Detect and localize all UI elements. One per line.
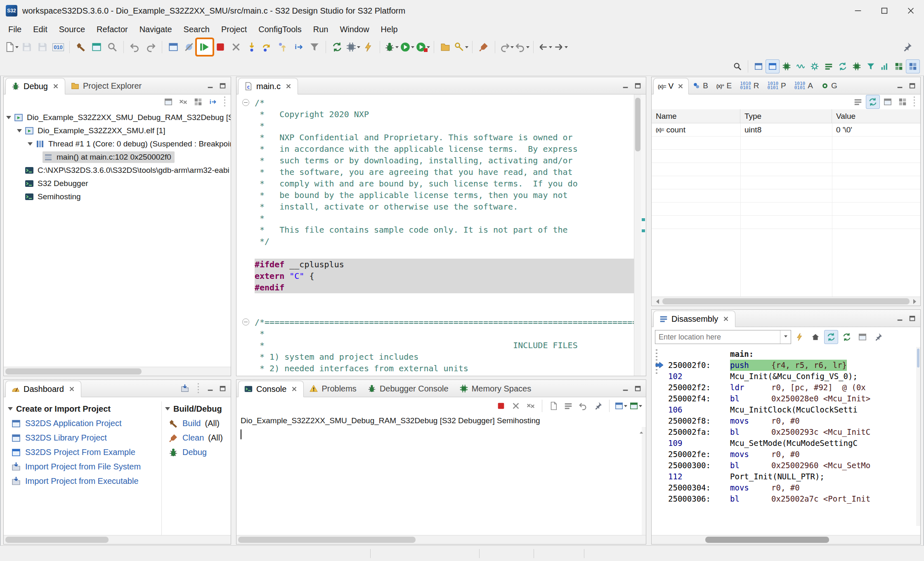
- console-horizontal-scrollbar[interactable]: [236, 535, 646, 544]
- debug-grouping-button[interactable]: [191, 95, 205, 109]
- tree-row-stack-frame[interactable]: main() at main.c:102 0x250002f0: [4, 151, 231, 164]
- refresh-view-button[interactable]: [840, 330, 854, 344]
- tree-row-gdb[interactable]: C:\NXP\S32DS.3.6.0\S32DS\tools\gdb-arm\a…: [4, 164, 231, 177]
- debug-as-button[interactable]: [383, 39, 399, 55]
- scrollbar-thumb[interactable]: [917, 349, 919, 368]
- config-tool-quadspi-button[interactable]: [850, 59, 864, 73]
- scrollbar-thumb[interactable]: [5, 368, 142, 375]
- save-button[interactable]: [19, 39, 35, 55]
- minimize-view-icon[interactable]: [207, 82, 214, 90]
- menu-refactor[interactable]: Refactor: [91, 21, 134, 37]
- menu-edit[interactable]: Edit: [27, 21, 53, 37]
- step-over-button[interactable]: [260, 39, 275, 55]
- tab-problems[interactable]: Problems: [304, 380, 362, 397]
- open-dashboard-icon[interactable]: [180, 384, 189, 393]
- expander-icon[interactable]: [14, 127, 24, 135]
- config-tool-ddr-button[interactable]: [864, 59, 878, 73]
- link-new-library-project[interactable]: S32DS Library Project: [8, 431, 161, 445]
- maximize-view-icon[interactable]: [909, 82, 916, 90]
- maximize-view-icon[interactable]: [219, 82, 227, 90]
- tree-row-s32-debugger[interactable]: S32 Debugger: [4, 177, 231, 190]
- forward-history-button[interactable]: [553, 39, 568, 55]
- pin-editor-button[interactable]: [899, 39, 915, 55]
- activation-button[interactable]: [453, 39, 469, 55]
- tab-arm-registers[interactable]: 10100101 A: [790, 78, 817, 94]
- save-all-button[interactable]: [35, 39, 50, 55]
- combo-dropdown-button[interactable]: [780, 330, 791, 344]
- config-tool-pins-button[interactable]: [794, 59, 808, 73]
- tab-main-c[interactable]: main.c: [238, 78, 298, 94]
- use-step-filters-button[interactable]: [307, 39, 322, 55]
- scrollbar-thumb[interactable]: [662, 298, 910, 304]
- disconnect-button[interactable]: [228, 39, 244, 55]
- location-input[interactable]: [655, 333, 780, 342]
- pin-view-button[interactable]: [871, 330, 885, 344]
- instruction-stepping-button[interactable]: [291, 39, 307, 55]
- tab-debug[interactable]: Debug: [5, 78, 65, 94]
- home-button[interactable]: [808, 330, 822, 344]
- occurrence-marker[interactable]: [642, 229, 645, 232]
- tree-row-launch[interactable]: Dio_Example_S32Z2XX_SMU_Debug_RAM_S32Deb…: [4, 111, 231, 124]
- close-icon[interactable]: [722, 315, 730, 323]
- word-wrap-button[interactable]: [576, 399, 590, 413]
- scroll-up-arrow[interactable]: [637, 427, 646, 436]
- remove-all-launches-button[interactable]: [524, 399, 538, 413]
- next-annotation-button[interactable]: [499, 39, 514, 55]
- occurrence-marker[interactable]: [642, 218, 645, 221]
- scrollbar-thumb[interactable]: [5, 537, 109, 543]
- link-import-from-executable[interactable]: Import Project from Executable: [8, 474, 161, 488]
- maximize-button[interactable]: [871, 0, 898, 21]
- run-as-button[interactable]: [399, 39, 415, 55]
- flash-from-file-button[interactable]: [345, 39, 361, 55]
- new-variables-view-button[interactable]: [896, 95, 910, 109]
- cpp-perspective-button[interactable]: [766, 59, 780, 73]
- open-perspective-button[interactable]: [751, 59, 766, 73]
- new-project-button[interactable]: [89, 39, 104, 55]
- pin-console-button[interactable]: [591, 399, 605, 413]
- menu-window[interactable]: Window: [334, 21, 375, 37]
- config-tool-dcd-button[interactable]: [822, 59, 836, 73]
- s32ds-perspective-button[interactable]: [906, 59, 920, 73]
- tab-console[interactable]: Console: [238, 381, 304, 397]
- tab-project-explorer[interactable]: Project Explorer: [65, 78, 147, 94]
- maximize-view-icon[interactable]: [909, 315, 916, 322]
- scroll-right-arrow[interactable]: [911, 297, 920, 306]
- tab-global-variables[interactable]: G: [817, 78, 841, 94]
- menu-run[interactable]: Run: [307, 21, 334, 37]
- console-output-area[interactable]: [236, 427, 646, 535]
- fold-collapse-icon[interactable]: [242, 99, 249, 106]
- show-type-names-button[interactable]: [851, 95, 865, 109]
- remove-launch-button[interactable]: [509, 399, 523, 413]
- close-icon[interactable]: [285, 82, 292, 90]
- menu-search[interactable]: Search: [178, 21, 215, 37]
- link-clean-all[interactable]: Clean (All): [165, 431, 231, 445]
- code-editor[interactable]: /* * Copyright 2020 NXP * * NXP Confiden…: [236, 94, 646, 376]
- disassembly-content[interactable]: main: 250002f0:push{r4, r5, r6, lr} 102M…: [652, 347, 920, 535]
- tab-memory-spaces[interactable]: Memory Spaces: [454, 380, 537, 397]
- search-button[interactable]: [730, 59, 744, 73]
- terminate-button[interactable]: [213, 39, 228, 55]
- editor-overview-ruler[interactable]: [641, 94, 646, 376]
- tab-debugger-console[interactable]: Debugger Console: [362, 380, 454, 397]
- skip-all-breakpoints-button[interactable]: [181, 39, 197, 55]
- binary-file-button[interactable]: 010: [50, 39, 66, 55]
- config-tool-derivative-button[interactable]: [892, 59, 906, 73]
- menu-navigate[interactable]: Navigate: [134, 21, 178, 37]
- redo-button[interactable]: [143, 39, 158, 55]
- view-menu-icon[interactable]: [912, 97, 916, 107]
- view-menu-icon[interactable]: [196, 383, 200, 394]
- remove-all-terminated-button[interactable]: [176, 95, 190, 109]
- variables-horizontal-scrollbar[interactable]: [652, 297, 920, 306]
- collapse-all-button[interactable]: [881, 95, 895, 109]
- open-element-button[interactable]: [104, 39, 120, 55]
- tab-dashboard[interactable]: Dashboard: [5, 381, 81, 397]
- menu-help[interactable]: Help: [375, 21, 404, 37]
- menu-project[interactable]: Project: [215, 21, 253, 37]
- tab-variables[interactable]: (x)= V: [653, 78, 689, 94]
- tab-disassembly[interactable]: Disassembly: [653, 311, 735, 327]
- format-button[interactable]: [476, 39, 492, 55]
- variable-row-count[interactable]: (x)=count uint8 0 '\0': [652, 123, 920, 137]
- minimize-view-icon[interactable]: [896, 315, 904, 322]
- show-logical-structure-button[interactable]: [866, 95, 880, 109]
- tree-row-thread[interactable]: Thread #1 1 (Core: 0 debug) (Suspended :…: [4, 137, 231, 151]
